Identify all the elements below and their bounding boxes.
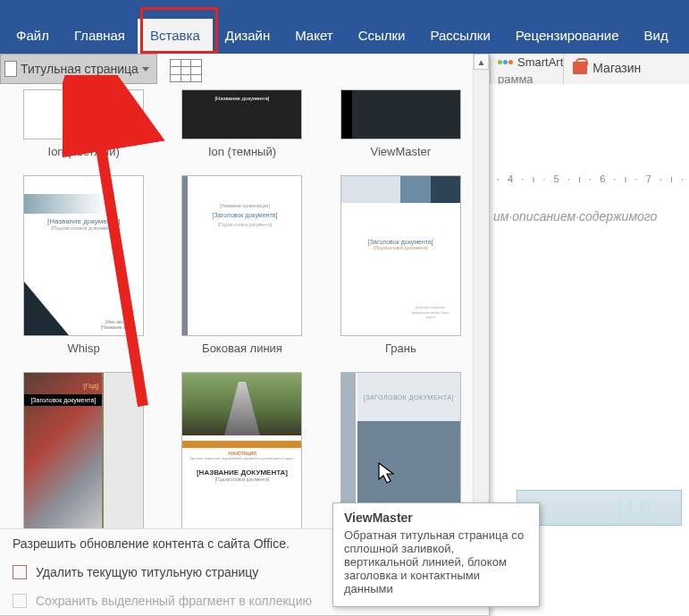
scroll-up-icon[interactable]: ▲ <box>474 54 489 70</box>
delete-page-icon <box>13 565 27 579</box>
cover-page-label: Титульная страница <box>21 62 139 76</box>
tooltip-body: Обратная титульная страница со сплошной … <box>344 528 528 595</box>
tab-view[interactable]: Вид <box>632 19 681 54</box>
tab-references[interactable]: Ссылки <box>346 19 418 54</box>
tooltip-title: ViewMaster <box>344 511 528 525</box>
store-icon <box>573 62 587 74</box>
smartart-button[interactable]: SmartArt <box>498 55 563 69</box>
gallery-item-viewmaster[interactable]: ViewMaster <box>335 89 466 158</box>
chevron-down-icon <box>142 67 149 72</box>
tab-layout[interactable]: Макет <box>282 19 345 54</box>
gallery-item-integral[interactable]: АННОТАЦИЯ Краткое описание содержимого д… <box>176 372 307 552</box>
gallery-item-ion-light[interactable]: Ion (светлый) <box>18 89 149 158</box>
ruler: · 4 · ı · 5 · ı · 6 · ı · 7 · ı · 8 · ı … <box>490 173 689 191</box>
doc-pilcrow-block: И¶ <box>517 490 682 526</box>
ribbon-tabs: Файл Главная Вставка Дизайн Макет Ссылки… <box>0 0 689 54</box>
cover-page-button[interactable]: Титульная страница <box>0 54 157 84</box>
gallery-item-facet[interactable]: [Заголовок документа] [Подзаголовок доку… <box>335 175 466 355</box>
save-fragment-icon <box>13 594 27 608</box>
tab-mailings[interactable]: Рассылки <box>417 19 502 54</box>
tab-design[interactable]: Дизайн <box>213 19 282 54</box>
table-icon[interactable] <box>170 59 202 82</box>
gallery-item-ion-dark[interactable]: [Название документа] Ion (темный) <box>176 89 307 158</box>
tab-insert[interactable]: Вставка <box>138 19 213 54</box>
toolbar-peek <box>170 59 202 82</box>
tab-file[interactable]: Файл <box>4 19 62 54</box>
gallery-scrollbar[interactable]: ▲ ▼ <box>473 54 489 563</box>
tooltip-viewmaster: ViewMaster Обратная титульная страница с… <box>332 502 540 607</box>
tab-home[interactable]: Главная <box>62 19 138 54</box>
smartart-icon <box>498 56 514 69</box>
page-icon <box>4 61 17 77</box>
gallery-item-whisp[interactable]: [Название документа] [Подзаголовок докум… <box>18 175 149 355</box>
doc-hint-text: им·описанием·содержимого <box>490 191 689 241</box>
tab-review[interactable]: Рецензирование <box>503 19 632 54</box>
store-button[interactable]: Магазин <box>573 57 689 79</box>
gallery-item-motion[interactable]: [Год] [Заголовок документа] Движение <box>18 372 149 552</box>
gallery-item-sideline[interactable]: [Название организации] [Заголовок докуме… <box>176 175 307 355</box>
